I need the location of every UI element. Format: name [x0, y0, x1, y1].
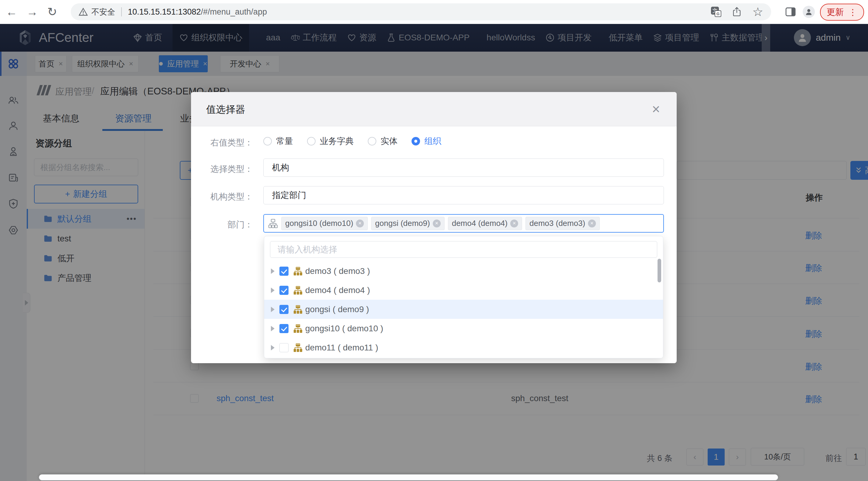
url-path[interactable]: /#/menu_auth/app	[201, 7, 267, 17]
radio-circle-icon	[368, 137, 376, 146]
radio-label: 常量	[276, 135, 293, 147]
dept-tag-input[interactable]: gongsi10 (demo10)×gongsi (demo9)×demo4 (…	[263, 214, 664, 233]
label-select-type: 选择类型：	[191, 163, 253, 175]
url-host[interactable]: 10.15.15.151:13082	[128, 7, 201, 17]
chrome-update-button[interactable]: 更新 ⋮	[820, 4, 864, 21]
label-dept: 部门：	[191, 219, 253, 230]
caret-right-icon[interactable]	[271, 307, 275, 312]
tree-checkbox[interactable]	[279, 324, 288, 333]
remove-tag-icon[interactable]: ×	[433, 220, 441, 227]
tree-item-demo4 ( demo4 )[interactable]: demo4 ( demo4 )	[264, 281, 663, 300]
org-gold-icon	[293, 267, 303, 276]
divider	[121, 7, 122, 17]
tree-checkbox[interactable]	[279, 286, 288, 295]
security-label[interactable]: 不安全	[91, 7, 115, 17]
share-icon[interactable]	[732, 7, 742, 17]
radio-label: 业务字典	[320, 135, 354, 147]
tree-item-gongsi10 ( demo10 )[interactable]: gongsi10 ( demo10 )	[264, 319, 663, 338]
radio-组织[interactable]: 组织	[411, 135, 441, 147]
tree-item-label: demo3 ( demo3 )	[305, 266, 370, 276]
org-gold-icon	[293, 343, 303, 352]
tree-checkbox[interactable]	[279, 267, 288, 276]
tree-item-demo11 ( demo11 )[interactable]: demo11 ( demo11 )	[264, 338, 663, 357]
caret-right-icon[interactable]	[271, 326, 275, 331]
dept-tag: gongsi (demo9)×	[371, 217, 445, 230]
org-gold-icon	[293, 305, 303, 314]
value-selector-dialog: 值选择器 × 右值类型： 常量业务字典实体组织 选择类型： 机构 机构类型： 指…	[191, 92, 677, 363]
radio-常量[interactable]: 常量	[263, 135, 293, 147]
address-bar[interactable]: 不安全 10.15.15.151:13082 /#/menu_auth/app …	[71, 3, 771, 20]
reload-icon[interactable]: ↻	[43, 0, 61, 24]
tag-label: gongsi10 (demo10)	[285, 219, 353, 228]
horizontal-scrollbar[interactable]	[39, 474, 778, 480]
remove-tag-icon[interactable]: ×	[510, 220, 518, 227]
select-type-input[interactable]: 机构	[263, 159, 664, 177]
forward-arrow-icon[interactable]: →	[23, 0, 41, 24]
bookmark-star-icon[interactable]: ☆	[752, 6, 763, 18]
radio-label: 组织	[424, 135, 441, 147]
radio-circle-icon	[411, 137, 420, 146]
label-org-type: 机构类型：	[191, 191, 253, 202]
browser-chrome: ← → ↻ 不安全 10.15.15.151:13082 /#/menu_aut…	[0, 0, 868, 24]
org-tree-dropdown: demo3 ( demo3 )demo4 ( demo4 )gongsi ( d…	[264, 236, 663, 358]
radio-实体[interactable]: 实体	[368, 135, 398, 147]
update-label: 更新	[827, 6, 844, 18]
close-icon[interactable]: ×	[648, 100, 664, 118]
remove-tag-icon[interactable]: ×	[588, 220, 596, 227]
tree-item-label: demo11 ( demo11 )	[305, 343, 378, 353]
caret-right-icon[interactable]	[271, 288, 275, 293]
tree-checkbox[interactable]	[279, 305, 288, 314]
browser-profile-avatar[interactable]	[803, 6, 815, 18]
tree-checkbox[interactable]	[279, 343, 288, 352]
org-type-input[interactable]: 指定部门	[263, 186, 664, 204]
caret-right-icon[interactable]	[271, 345, 275, 350]
tree-item-label: demo4 ( demo4 )	[305, 285, 370, 295]
tree-item-label: gongsi ( demo9 )	[305, 304, 369, 314]
dept-tag: gongsi10 (demo10)×	[281, 217, 368, 230]
dept-tag: demo3 (demo3)×	[525, 217, 600, 230]
org-tree: demo3 ( demo3 )demo4 ( demo4 )gongsi ( d…	[264, 261, 663, 357]
remove-tag-icon[interactable]: ×	[356, 220, 364, 227]
warning-icon	[79, 7, 88, 17]
translate-icon[interactable]: 文G	[711, 7, 721, 17]
dropdown-scrollbar[interactable]	[657, 259, 661, 282]
org-gold-icon	[293, 286, 303, 295]
chrome-menu-dots-icon[interactable]: ⋮	[848, 7, 857, 17]
label-right-type: 右值类型：	[191, 137, 253, 149]
caret-right-icon[interactable]	[271, 268, 275, 274]
tree-item-gongsi ( demo9 )[interactable]: gongsi ( demo9 )	[264, 300, 663, 319]
org-search-input[interactable]	[270, 241, 657, 258]
tree-item-label: gongsi10 ( demo10 )	[305, 324, 383, 333]
org-chart-icon	[268, 219, 278, 228]
radio-circle-icon	[307, 137, 315, 146]
radio-label: 实体	[380, 135, 398, 147]
radio-业务字典[interactable]: 业务字典	[307, 135, 354, 147]
back-arrow-icon[interactable]: ←	[2, 0, 21, 24]
org-gold-icon	[293, 324, 303, 333]
tree-item-demo3 ( demo3 )[interactable]: demo3 ( demo3 )	[264, 261, 663, 281]
tag-label: demo4 (demo4)	[452, 219, 508, 228]
dialog-title: 值选择器	[206, 103, 245, 116]
sidebar-toggle-icon[interactable]	[785, 7, 796, 17]
right-type-radio-group: 常量业务字典实体组织	[263, 133, 441, 150]
tag-label: demo3 (demo3)	[529, 219, 585, 228]
tag-label: gongsi (demo9)	[375, 219, 430, 228]
radio-circle-icon	[263, 137, 272, 146]
dept-tag: demo4 (demo4)×	[448, 217, 522, 230]
dialog-header: 值选择器 ×	[191, 92, 677, 126]
